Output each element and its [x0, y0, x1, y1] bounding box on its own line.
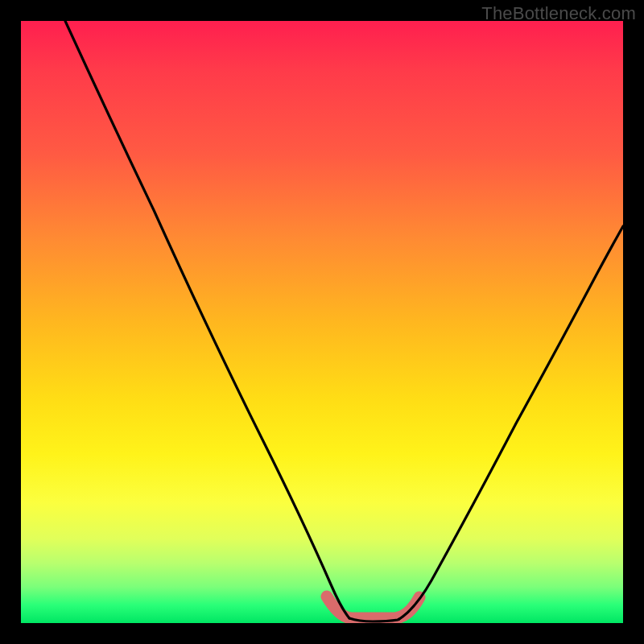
- chart-frame: TheBottleneck.com: [0, 0, 644, 644]
- left-branch-curve: [65, 21, 349, 618]
- curve-layer: [21, 21, 623, 623]
- watermark-text: TheBottleneck.com: [481, 3, 636, 24]
- right-branch-curve: [399, 226, 623, 619]
- plot-area: [21, 21, 623, 623]
